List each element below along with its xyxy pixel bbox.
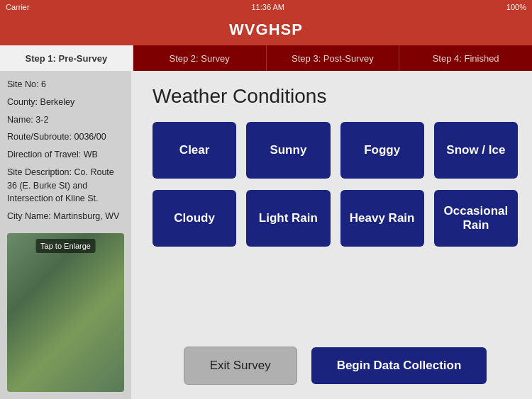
site-no: Site No: 6	[7, 78, 124, 91]
direction: Direction of Travel: WB	[7, 148, 124, 162]
weather-btn-occasional-rain[interactable]: Occasional Rain	[434, 190, 518, 247]
battery-label: 100%	[506, 3, 526, 11]
weather-row-2: Cloudy Light Rain Heavy Rain Occasional …	[153, 190, 518, 247]
site-description: Site Description: Co. Route 36 (E. Burke…	[7, 166, 124, 206]
map-image	[7, 233, 124, 392]
map-container[interactable]: Tap to Enlarge	[7, 233, 124, 392]
name: Name: 3-2	[7, 113, 124, 127]
begin-data-collection-button[interactable]: Begin Data Collection	[311, 347, 487, 384]
step-1-tab[interactable]: Step 1: Pre-Survey	[0, 45, 133, 71]
status-bar: Carrier 11:36 AM 100%	[0, 0, 532, 14]
weather-btn-foggy[interactable]: Foggy	[340, 122, 424, 179]
app-title: WVGHSP	[229, 21, 303, 39]
exit-survey-button[interactable]: Exit Survey	[184, 347, 297, 385]
weather-btn-cloudy[interactable]: Cloudy	[153, 190, 236, 247]
city-name: City Name: Martinsburg, WV	[7, 210, 124, 223]
route: Route/Subroute: 0036/00	[7, 130, 124, 144]
carrier-label: Carrier	[6, 3, 30, 11]
weather-btn-light-rain[interactable]: Light Rain	[246, 190, 330, 247]
main-layout: Site No: 6 County: Berkeley Name: 3-2 Ro…	[0, 71, 532, 399]
weather-grid: Clear Sunny Foggy Snow / Ice Cloudy Ligh…	[153, 122, 518, 337]
weather-btn-clear[interactable]: Clear	[153, 122, 236, 179]
weather-btn-sunny[interactable]: Sunny	[246, 122, 330, 179]
weather-row-1: Clear Sunny Foggy Snow / Ice	[153, 122, 518, 179]
weather-btn-heavy-rain[interactable]: Heavy Rain	[340, 190, 424, 247]
steps-bar: Step 1: Pre-Survey Step 2: Survey Step 3…	[0, 45, 532, 71]
weather-btn-snow-ice[interactable]: Snow / Ice	[434, 122, 518, 179]
app-header: WVGHSP	[0, 14, 532, 45]
step-4-tab[interactable]: Step 4: Finished	[399, 45, 532, 71]
step-2-tab[interactable]: Step 2: Survey	[133, 45, 267, 71]
footer-buttons: Exit Survey Begin Data Collection	[153, 337, 518, 392]
content-area: Weather Conditions Clear Sunny Foggy Sno…	[131, 71, 532, 399]
weather-title: Weather Conditions	[153, 85, 518, 108]
step-3-tab[interactable]: Step 3: Post-Survey	[267, 45, 400, 71]
map-enlarge-label: Tap to Enlarge	[35, 239, 96, 254]
county: County: Berkeley	[7, 96, 124, 109]
sidebar: Site No: 6 County: Berkeley Name: 3-2 Ro…	[0, 71, 131, 399]
time-label: 11:36 AM	[252, 3, 284, 11]
